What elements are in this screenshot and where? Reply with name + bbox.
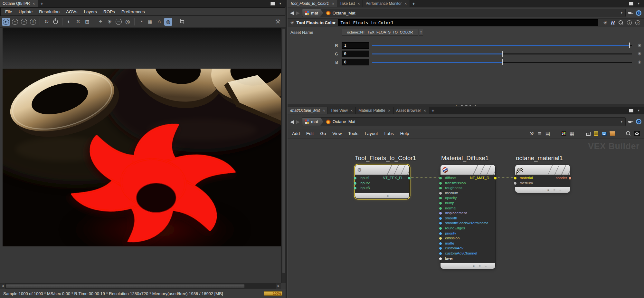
pane-maximize-icon[interactable] — [270, 2, 275, 5]
wire-floats-to-diffuse[interactable] — [411, 178, 440, 178]
play-icon[interactable]: ▶ — [2, 18, 10, 26]
slider-handle[interactable] — [502, 51, 503, 57]
node-path-field[interactable]: mat Octane_Mat ▼ — [302, 9, 626, 17]
port-dot[interactable] — [514, 177, 516, 179]
asset-name-select[interactable]: octane::NT_TEX_FLOATS_TO_COLOR — [342, 29, 418, 36]
new-window-icon[interactable] — [586, 132, 591, 136]
node-footer[interactable]: ≡ = – — [355, 193, 409, 198]
port-custom-aov-channel[interactable]: customAovChannel — [440, 251, 495, 256]
forward-arrow-icon[interactable]: ▶ — [296, 10, 300, 16]
splitter-up-icon[interactable]: ▲ — [455, 104, 458, 107]
sphere-preview-icon[interactable]: ◍ — [164, 18, 172, 26]
port-dot[interactable] — [439, 247, 442, 250]
port-smooth-shadow-terminator[interactable]: smoothShadowTerminator — [440, 221, 495, 226]
port-dot[interactable] — [439, 212, 442, 215]
viewport-vertical-scrollbar[interactable] — [281, 28, 286, 283]
port-emission[interactable]: emission — [440, 236, 495, 241]
port-dot[interactable] — [439, 177, 442, 179]
port-dot[interactable] — [354, 187, 356, 189]
close-icon[interactable]: ✕ — [388, 109, 391, 112]
port-dot[interactable] — [439, 202, 442, 205]
node-name-input[interactable]: Tool_Floats_to_Color1 — [338, 19, 598, 26]
port-dot[interactable] — [439, 192, 442, 195]
pane-splitter-horizontal[interactable]: ▲ ▼ — [288, 104, 644, 107]
menu-resolution[interactable]: Resolution — [36, 9, 63, 14]
port-normal[interactable]: normal — [440, 206, 495, 211]
tab-take-list[interactable]: Take List ✕ — [337, 0, 363, 7]
port-dot[interactable] — [354, 182, 356, 185]
port-diffuse[interactable]: diffuse NT_MAT_D... — [440, 176, 495, 181]
tab-material-palette[interactable]: Material Palette ✕ — [356, 107, 393, 114]
follow-selection-icon[interactable] — [636, 119, 641, 124]
background-image-icon[interactable] — [602, 132, 607, 136]
menu-tools[interactable]: Tools — [345, 131, 362, 136]
param-menu-gear-icon[interactable]: ✳ — [635, 60, 644, 65]
breadcrumb-mat[interactable]: mat — [302, 9, 323, 17]
tab-tool-floats-to-color1[interactable]: Tool_Floats_to_Color1 ✕ — [288, 0, 337, 7]
search-icon[interactable] — [619, 20, 623, 25]
pane-menu-icon[interactable]: ▼ — [637, 109, 640, 112]
port-dot[interactable] — [439, 227, 442, 230]
expand-icon[interactable]: ✛ — [74, 18, 82, 26]
info-icon[interactable]: i — [627, 20, 632, 25]
port-opacity[interactable]: opacity — [440, 196, 495, 201]
gear-menu-icon[interactable]: ✳ — [603, 20, 607, 26]
forward-arrow-icon[interactable]: ▶ — [296, 119, 300, 125]
port-roughness[interactable]: roughness — [440, 186, 495, 191]
network-canvas[interactable]: VEX Builder Tool_Floats_to_Color1 ⚙ inpu… — [288, 139, 644, 298]
param-r-slider[interactable] — [372, 42, 632, 49]
close-icon[interactable]: ✕ — [33, 2, 35, 5]
vscroll-thumb[interactable] — [282, 29, 285, 273]
output-port-dot[interactable] — [408, 177, 411, 179]
output-port-dot[interactable] — [569, 177, 571, 179]
param-r-value-input[interactable]: 1 — [342, 42, 369, 49]
tab-mat-octane-mat[interactable]: /mat/Octane_Mat ✕ — [288, 107, 328, 114]
port-dot[interactable] — [354, 177, 356, 179]
focus-target-icon[interactable]: ◎ — [124, 18, 132, 26]
menu-file[interactable]: File — [2, 9, 15, 14]
color-palette-grid-icon[interactable] — [562, 131, 566, 136]
port-dot[interactable] — [439, 242, 442, 245]
port-matte[interactable]: matte — [440, 241, 495, 246]
port-dot[interactable] — [439, 197, 442, 199]
network-path-field[interactable]: mat Octane_Mat ▼ — [302, 117, 626, 126]
node-footer[interactable]: ≡ = – — [515, 187, 570, 193]
viewport-horizontal-scrollbar[interactable]: ◀ ▶ — [0, 283, 281, 289]
help-icon[interactable]: ? — [635, 20, 640, 25]
port-priority[interactable]: priority — [440, 231, 495, 236]
tab-performance-monitor[interactable]: Performance Monitor ✕ — [363, 0, 410, 7]
menu-view[interactable]: View — [329, 131, 345, 136]
contrast-icon[interactable]: ◐ — [65, 18, 73, 26]
port-dot[interactable] — [439, 207, 442, 210]
param-b-slider[interactable] — [372, 59, 632, 65]
port-dot[interactable] — [439, 217, 442, 220]
pause-icon[interactable]: ‖ — [29, 18, 37, 26]
port-input3[interactable]: input3 — [355, 186, 409, 191]
port-dot[interactable] — [439, 257, 442, 260]
pin-icon[interactable] — [628, 119, 634, 124]
node-header[interactable]: ⚙ — [355, 165, 409, 175]
new-tab-button[interactable]: + — [429, 107, 437, 114]
close-icon[interactable]: ✕ — [350, 109, 353, 112]
port-dot[interactable] — [439, 252, 442, 255]
param-menu-gear-icon[interactable]: ✳ — [635, 51, 644, 56]
search-icon[interactable] — [626, 131, 631, 136]
slider-handle[interactable] — [629, 43, 630, 48]
menu-rops[interactable]: ROPs — [100, 9, 118, 14]
port-medium[interactable]: medium — [440, 191, 495, 196]
param-menu-gear-icon[interactable]: ✳ — [635, 43, 644, 48]
houdini-logo-icon[interactable]: H — [611, 20, 615, 26]
port-smooth[interactable]: smooth — [440, 216, 495, 221]
close-icon[interactable]: ✕ — [404, 2, 407, 5]
splitter-grip[interactable] — [461, 105, 471, 106]
port-bump[interactable]: bump — [440, 201, 495, 206]
breadcrumb-octane-mat[interactable]: Octane_Mat — [323, 119, 355, 124]
scroll-left-icon[interactable]: ◀ — [0, 284, 5, 289]
pane-maximize-icon[interactable] — [629, 109, 633, 112]
port-dot[interactable] — [439, 182, 442, 185]
close-icon[interactable]: ✕ — [357, 2, 360, 5]
skip-to-end-icon[interactable]: » — [20, 18, 28, 26]
asset-gallery-icon[interactable] — [610, 132, 615, 136]
node-tool-floats-to-color1[interactable]: ⚙ input1 NT_TEX_FL... input2 — [355, 165, 409, 198]
menu-layout[interactable]: Layout — [362, 131, 381, 136]
